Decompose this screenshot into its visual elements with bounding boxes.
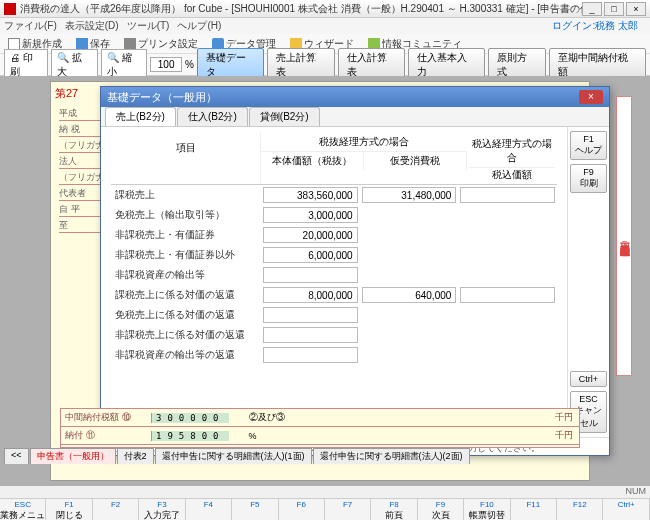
- row-label: 非課税売上・有価証券以外: [111, 248, 261, 262]
- row-label: 非課税売上・有価証券: [111, 228, 261, 242]
- amount-input[interactable]: [263, 327, 358, 343]
- fkey-F10[interactable]: F10帳票切替: [464, 499, 510, 520]
- dialog-grid: 項目 税抜経理方式の場合 本体価額（税抜） 仮受消費税 税込経理方式の場合 税込…: [101, 127, 567, 437]
- cell: [458, 287, 557, 303]
- cell: [360, 187, 459, 203]
- cell: [261, 247, 360, 263]
- amount-input[interactable]: [263, 347, 358, 363]
- row2-pct: %: [249, 431, 257, 441]
- grid-row: 免税売上に係る対価の返還: [111, 305, 557, 325]
- row-label: 非課税売上に係る対価の返還: [111, 328, 261, 342]
- menubar: ファイル(F) 表示設定(D) ツール(T) ヘルプ(H) ログイン:税務 太郎: [0, 18, 650, 34]
- amount-input[interactable]: [362, 187, 457, 203]
- close-button[interactable]: ×: [626, 2, 646, 16]
- fkey-F6[interactable]: F6: [279, 499, 325, 520]
- row1-pct: ②及び③: [249, 411, 285, 424]
- fkey-F1[interactable]: F1閉じる: [46, 499, 92, 520]
- amount-input[interactable]: [362, 287, 457, 303]
- menu-file[interactable]: ファイル(F): [4, 19, 57, 33]
- row2-value: 195800: [151, 431, 229, 441]
- menu-display[interactable]: 表示設定(D): [65, 19, 119, 33]
- view-toolbar: 🖨 印刷 🔍 拡大 🔍 縮小 % 基礎データ 売上計算表 仕入計算表 仕入基本入…: [0, 54, 650, 76]
- base-data-dialog: 基礎データ（一般用） × 売上(B2分) 仕入(B2分) 貸倒(B2分) 項目 …: [100, 86, 610, 456]
- row2-label: 納付 ⑪: [61, 429, 151, 442]
- titlebar: 消費税の達人（平成26年度以降用） for Cube - [SHOUHI0001…: [0, 0, 650, 18]
- tab-purchase[interactable]: 仕入(B2分): [177, 107, 248, 126]
- fkey-F3[interactable]: F3入力完了: [139, 499, 185, 520]
- sheet-nav-prev[interactable]: <<: [4, 448, 29, 464]
- sheet-tab-2[interactable]: 付表2: [117, 448, 154, 464]
- dialog-tabs: 売上(B2分) 仕入(B2分) 貸倒(B2分): [101, 107, 609, 127]
- minimize-button[interactable]: _: [582, 2, 602, 16]
- row-label: 非課税資産の輸出等: [111, 268, 261, 282]
- workspace: 第27 平成 納 税 （フリガナ） 法人 （フリガナ） 代表者 自 平 至 法人…: [0, 76, 650, 486]
- row-label: 課税売上に係る対価の返還: [111, 288, 261, 302]
- help-button[interactable]: F1ヘルプ: [570, 131, 607, 160]
- fkey-F8[interactable]: F8前頁: [371, 499, 417, 520]
- grid-row: 課税売上: [111, 185, 557, 205]
- cell: [261, 327, 360, 343]
- amount-input[interactable]: [460, 187, 555, 203]
- fkey-F4[interactable]: F4: [186, 499, 232, 520]
- menu-help[interactable]: ヘルプ(H): [177, 19, 221, 33]
- amount-input[interactable]: [263, 227, 358, 243]
- sheet-tab-3[interactable]: 還付申告に関する明細書(法人)(1面): [155, 448, 312, 464]
- cell: [261, 267, 360, 283]
- grid-row: 非課税資産の輸出等: [111, 265, 557, 285]
- bottom-summary: 中間納付税額 ⑩ 300000 ②及び③ 千円 納付 ⑪ 195800 % 千円: [60, 408, 580, 448]
- app-icon: [4, 3, 16, 15]
- amount-input[interactable]: [263, 267, 358, 283]
- row2-unit: 千円: [555, 429, 579, 442]
- ctrl-button[interactable]: Ctrl+: [570, 371, 607, 387]
- sheet-tabs: << 申告書（一般用） 付表2 還付申告に関する明細書(法人)(1面) 還付申告…: [4, 448, 471, 464]
- amount-input[interactable]: [263, 247, 358, 263]
- cell: [261, 227, 360, 243]
- menu-tool[interactable]: ツール(T): [127, 19, 170, 33]
- fkey-F11[interactable]: F11: [511, 499, 557, 520]
- grid-row: 課税売上に係る対価の返還: [111, 285, 557, 305]
- dialog-close-button[interactable]: ×: [579, 90, 603, 104]
- fkey-ESC[interactable]: ESC業務メニュー: [0, 499, 46, 520]
- function-key-bar: ESC業務メニューF1閉じるF2F3入力完了F4F5F6F7F8前頁F9次頁F1…: [0, 498, 650, 520]
- col-body-price: 本体価額（税抜）: [261, 152, 364, 170]
- sheet-tab-1[interactable]: 申告書（一般用）: [30, 448, 116, 464]
- col-group-extax: 税抜経理方式の場合: [261, 133, 467, 152]
- cell: [261, 207, 360, 223]
- amount-input[interactable]: [263, 187, 358, 203]
- tab-baddebt[interactable]: 貸倒(B2分): [249, 107, 320, 126]
- cell: [458, 187, 557, 203]
- col-item: 項目: [111, 133, 261, 184]
- cell: [261, 187, 360, 203]
- col-temp-tax: 仮受消費税: [364, 152, 467, 170]
- col-group-inctax: 税込経理方式の場合: [469, 135, 555, 168]
- sheet-tab-4[interactable]: 還付申告に関する明細書(法人)(2面): [313, 448, 470, 464]
- status-num: NUM: [626, 486, 647, 496]
- row-label: 課税売上: [111, 188, 261, 202]
- row-label: 非課税資産の輸出等の返還: [111, 348, 261, 362]
- dialog-sidebar: F1ヘルプ F9印刷 Ctrl+ ESCキャンセル: [567, 127, 609, 437]
- fkey-F5[interactable]: F5: [232, 499, 278, 520]
- fkey-F9[interactable]: F9次頁: [418, 499, 464, 520]
- fkey-Ctrl+[interactable]: Ctrl+: [603, 499, 649, 520]
- fkey-F12[interactable]: F12: [557, 499, 603, 520]
- login-user: ログイン:税務 太郎: [552, 19, 638, 33]
- grid-row: 非課税売上・有価証券以外: [111, 245, 557, 265]
- tab-sales[interactable]: 売上(B2分): [105, 107, 176, 126]
- grid-header: 項目 税抜経理方式の場合 本体価額（税抜） 仮受消費税 税込経理方式の場合 税込…: [111, 133, 557, 185]
- fkey-F2[interactable]: F2: [93, 499, 139, 520]
- amount-input[interactable]: [460, 287, 555, 303]
- grid-row: 非課税資産の輸出等の返還: [111, 345, 557, 365]
- row1-value: 300000: [151, 413, 229, 423]
- print-button-side[interactable]: F9印刷: [570, 164, 607, 193]
- zoom-input[interactable]: [150, 57, 182, 72]
- fkey-F7[interactable]: F7: [325, 499, 371, 520]
- amount-input[interactable]: [263, 287, 358, 303]
- maximize-button[interactable]: □: [604, 2, 624, 16]
- col-inc-price: 税込価額: [469, 168, 555, 182]
- row1-unit: 千円: [555, 411, 579, 424]
- amount-input[interactable]: [263, 307, 358, 323]
- grid-row: 免税売上（輸出取引等）: [111, 205, 557, 225]
- row1-label: 中間納付税額 ⑩: [61, 411, 151, 424]
- side-label: 法人用 平成二十七年十月一日以後終了課税期間分（一般用）: [616, 96, 632, 376]
- amount-input[interactable]: [263, 207, 358, 223]
